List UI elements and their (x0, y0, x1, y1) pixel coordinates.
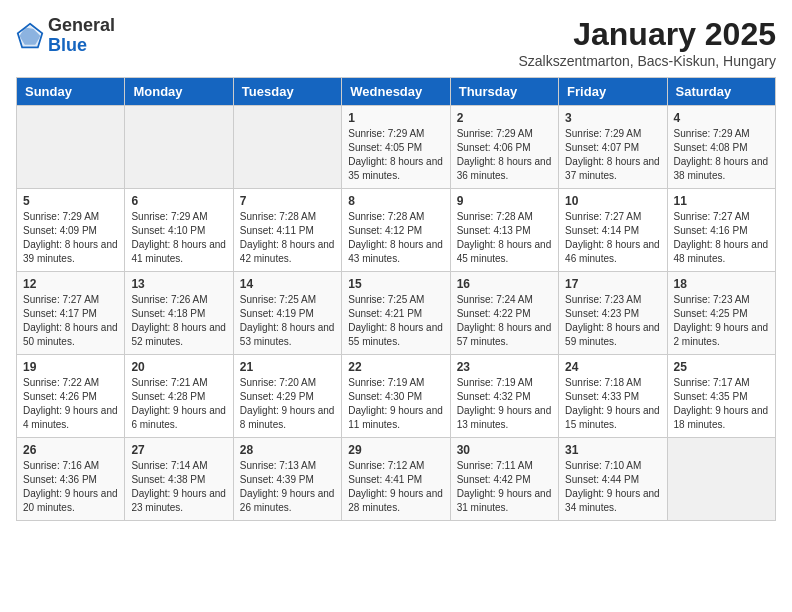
day-info: Sunrise: 7:25 AM Sunset: 4:19 PM Dayligh… (240, 293, 335, 349)
day-number: 31 (565, 443, 660, 457)
day-number: 14 (240, 277, 335, 291)
day-number: 4 (674, 111, 769, 125)
day-info: Sunrise: 7:28 AM Sunset: 4:11 PM Dayligh… (240, 210, 335, 266)
calendar-cell: 14Sunrise: 7:25 AM Sunset: 4:19 PM Dayli… (233, 272, 341, 355)
day-info: Sunrise: 7:18 AM Sunset: 4:33 PM Dayligh… (565, 376, 660, 432)
day-info: Sunrise: 7:23 AM Sunset: 4:23 PM Dayligh… (565, 293, 660, 349)
calendar-cell (125, 106, 233, 189)
logo-blue: Blue (48, 35, 87, 55)
calendar-cell: 9Sunrise: 7:28 AM Sunset: 4:13 PM Daylig… (450, 189, 558, 272)
weekday-header-sunday: Sunday (17, 78, 125, 106)
day-info: Sunrise: 7:27 AM Sunset: 4:14 PM Dayligh… (565, 210, 660, 266)
calendar-cell: 1Sunrise: 7:29 AM Sunset: 4:05 PM Daylig… (342, 106, 450, 189)
day-number: 28 (240, 443, 335, 457)
day-number: 22 (348, 360, 443, 374)
calendar-cell: 25Sunrise: 7:17 AM Sunset: 4:35 PM Dayli… (667, 355, 775, 438)
page-header: General Blue January 2025 Szalkszentmart… (16, 16, 776, 69)
weekday-header-friday: Friday (559, 78, 667, 106)
calendar-cell: 20Sunrise: 7:21 AM Sunset: 4:28 PM Dayli… (125, 355, 233, 438)
calendar-cell: 13Sunrise: 7:26 AM Sunset: 4:18 PM Dayli… (125, 272, 233, 355)
day-number: 2 (457, 111, 552, 125)
day-info: Sunrise: 7:23 AM Sunset: 4:25 PM Dayligh… (674, 293, 769, 349)
day-info: Sunrise: 7:19 AM Sunset: 4:30 PM Dayligh… (348, 376, 443, 432)
day-info: Sunrise: 7:14 AM Sunset: 4:38 PM Dayligh… (131, 459, 226, 515)
day-info: Sunrise: 7:12 AM Sunset: 4:41 PM Dayligh… (348, 459, 443, 515)
day-number: 16 (457, 277, 552, 291)
day-number: 13 (131, 277, 226, 291)
calendar-cell: 8Sunrise: 7:28 AM Sunset: 4:12 PM Daylig… (342, 189, 450, 272)
day-number: 1 (348, 111, 443, 125)
weekday-header-monday: Monday (125, 78, 233, 106)
day-number: 11 (674, 194, 769, 208)
calendar-cell: 30Sunrise: 7:11 AM Sunset: 4:42 PM Dayli… (450, 438, 558, 521)
day-info: Sunrise: 7:25 AM Sunset: 4:21 PM Dayligh… (348, 293, 443, 349)
day-info: Sunrise: 7:29 AM Sunset: 4:06 PM Dayligh… (457, 127, 552, 183)
day-number: 20 (131, 360, 226, 374)
day-info: Sunrise: 7:20 AM Sunset: 4:29 PM Dayligh… (240, 376, 335, 432)
calendar-cell: 17Sunrise: 7:23 AM Sunset: 4:23 PM Dayli… (559, 272, 667, 355)
calendar-week-5: 26Sunrise: 7:16 AM Sunset: 4:36 PM Dayli… (17, 438, 776, 521)
calendar-cell (233, 106, 341, 189)
location: Szalkszentmarton, Bacs-Kiskun, Hungary (518, 53, 776, 69)
calendar-week-3: 12Sunrise: 7:27 AM Sunset: 4:17 PM Dayli… (17, 272, 776, 355)
calendar-cell: 26Sunrise: 7:16 AM Sunset: 4:36 PM Dayli… (17, 438, 125, 521)
day-number: 26 (23, 443, 118, 457)
logo: General Blue (16, 16, 115, 56)
day-number: 29 (348, 443, 443, 457)
day-info: Sunrise: 7:29 AM Sunset: 4:07 PM Dayligh… (565, 127, 660, 183)
day-number: 6 (131, 194, 226, 208)
day-info: Sunrise: 7:28 AM Sunset: 4:13 PM Dayligh… (457, 210, 552, 266)
day-number: 9 (457, 194, 552, 208)
day-info: Sunrise: 7:28 AM Sunset: 4:12 PM Dayligh… (348, 210, 443, 266)
calendar-cell: 2Sunrise: 7:29 AM Sunset: 4:06 PM Daylig… (450, 106, 558, 189)
calendar-cell: 28Sunrise: 7:13 AM Sunset: 4:39 PM Dayli… (233, 438, 341, 521)
calendar-cell: 11Sunrise: 7:27 AM Sunset: 4:16 PM Dayli… (667, 189, 775, 272)
calendar-cell: 22Sunrise: 7:19 AM Sunset: 4:30 PM Dayli… (342, 355, 450, 438)
calendar-cell: 29Sunrise: 7:12 AM Sunset: 4:41 PM Dayli… (342, 438, 450, 521)
day-number: 3 (565, 111, 660, 125)
calendar-week-2: 5Sunrise: 7:29 AM Sunset: 4:09 PM Daylig… (17, 189, 776, 272)
calendar-cell: 27Sunrise: 7:14 AM Sunset: 4:38 PM Dayli… (125, 438, 233, 521)
weekday-header-wednesday: Wednesday (342, 78, 450, 106)
day-number: 19 (23, 360, 118, 374)
day-info: Sunrise: 7:22 AM Sunset: 4:26 PM Dayligh… (23, 376, 118, 432)
weekday-header-saturday: Saturday (667, 78, 775, 106)
day-number: 27 (131, 443, 226, 457)
calendar-cell: 19Sunrise: 7:22 AM Sunset: 4:26 PM Dayli… (17, 355, 125, 438)
day-info: Sunrise: 7:21 AM Sunset: 4:28 PM Dayligh… (131, 376, 226, 432)
calendar-cell: 10Sunrise: 7:27 AM Sunset: 4:14 PM Dayli… (559, 189, 667, 272)
calendar-week-4: 19Sunrise: 7:22 AM Sunset: 4:26 PM Dayli… (17, 355, 776, 438)
day-info: Sunrise: 7:16 AM Sunset: 4:36 PM Dayligh… (23, 459, 118, 515)
calendar-cell: 3Sunrise: 7:29 AM Sunset: 4:07 PM Daylig… (559, 106, 667, 189)
day-number: 24 (565, 360, 660, 374)
day-number: 21 (240, 360, 335, 374)
day-info: Sunrise: 7:27 AM Sunset: 4:17 PM Dayligh… (23, 293, 118, 349)
logo-text: General Blue (48, 16, 115, 56)
day-number: 7 (240, 194, 335, 208)
day-number: 15 (348, 277, 443, 291)
day-number: 18 (674, 277, 769, 291)
calendar-cell: 31Sunrise: 7:10 AM Sunset: 4:44 PM Dayli… (559, 438, 667, 521)
day-number: 12 (23, 277, 118, 291)
day-info: Sunrise: 7:29 AM Sunset: 4:09 PM Dayligh… (23, 210, 118, 266)
day-info: Sunrise: 7:17 AM Sunset: 4:35 PM Dayligh… (674, 376, 769, 432)
calendar-cell: 24Sunrise: 7:18 AM Sunset: 4:33 PM Dayli… (559, 355, 667, 438)
day-number: 10 (565, 194, 660, 208)
day-info: Sunrise: 7:11 AM Sunset: 4:42 PM Dayligh… (457, 459, 552, 515)
day-info: Sunrise: 7:29 AM Sunset: 4:05 PM Dayligh… (348, 127, 443, 183)
calendar-cell: 12Sunrise: 7:27 AM Sunset: 4:17 PM Dayli… (17, 272, 125, 355)
day-number: 30 (457, 443, 552, 457)
day-info: Sunrise: 7:24 AM Sunset: 4:22 PM Dayligh… (457, 293, 552, 349)
day-info: Sunrise: 7:13 AM Sunset: 4:39 PM Dayligh… (240, 459, 335, 515)
day-number: 25 (674, 360, 769, 374)
month-title: January 2025 (518, 16, 776, 53)
calendar-week-1: 1Sunrise: 7:29 AM Sunset: 4:05 PM Daylig… (17, 106, 776, 189)
calendar-cell: 15Sunrise: 7:25 AM Sunset: 4:21 PM Dayli… (342, 272, 450, 355)
title-block: January 2025 Szalkszentmarton, Bacs-Kisk… (518, 16, 776, 69)
calendar-cell: 4Sunrise: 7:29 AM Sunset: 4:08 PM Daylig… (667, 106, 775, 189)
calendar-cell (17, 106, 125, 189)
day-info: Sunrise: 7:29 AM Sunset: 4:08 PM Dayligh… (674, 127, 769, 183)
day-number: 23 (457, 360, 552, 374)
calendar-cell (667, 438, 775, 521)
day-info: Sunrise: 7:19 AM Sunset: 4:32 PM Dayligh… (457, 376, 552, 432)
